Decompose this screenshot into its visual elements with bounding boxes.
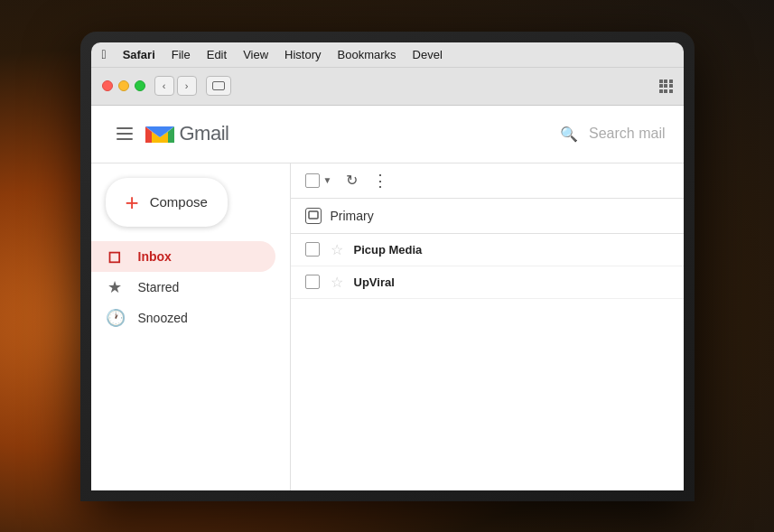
tab-icon-shape — [212, 81, 225, 90]
tabs-grid-icon[interactable] — [659, 79, 673, 93]
menubar-file[interactable]: File — [172, 48, 191, 61]
gmail-sidebar: + Compose ◻ Inbox ★ Starred 🕐 Snoozed — [91, 163, 290, 490]
close-button[interactable] — [102, 80, 113, 91]
star-button[interactable]: ☆ — [331, 274, 343, 291]
grid-dot — [664, 79, 667, 83]
grid-dot — [664, 89, 667, 93]
hamburger-line — [117, 138, 133, 140]
select-chevron-icon[interactable]: ▼ — [323, 175, 332, 185]
menubar-edit[interactable]: Edit — [207, 48, 227, 61]
grid-dot — [669, 89, 673, 93]
primary-tab-label: Primary — [331, 209, 374, 223]
gmail-header: Gmail 🔍 Search mail — [91, 106, 684, 163]
menubar-safari[interactable]: Safari — [123, 48, 155, 61]
sender-name: UpViral — [354, 275, 435, 289]
grid-dot — [669, 79, 673, 83]
primary-tab[interactable]: Primary — [291, 199, 684, 234]
gmail-m-icon — [144, 121, 176, 146]
hamburger-menu[interactable] — [109, 120, 140, 147]
email-list-area: ▼ ↻ ⋮ Primary — [290, 163, 684, 490]
clock-icon: 🕐 — [106, 308, 124, 328]
email-row[interactable]: ☆ Picup Media — [291, 234, 684, 266]
traffic-lights — [102, 80, 145, 91]
compose-label: Compose — [150, 194, 208, 210]
hamburger-line — [117, 133, 133, 135]
apple-menu[interactable]:  — [102, 47, 107, 61]
nav-item-starred[interactable]: ★ Starred — [91, 272, 275, 303]
nav-buttons: ‹ › — [154, 76, 197, 96]
hamburger-line — [117, 127, 133, 129]
svg-rect-1 — [309, 211, 318, 219]
grid-dot — [659, 89, 663, 93]
inbox-icon: ◻ — [106, 247, 124, 266]
tab-overview-button[interactable] — [206, 76, 231, 96]
select-all-area[interactable]: ▼ — [305, 173, 332, 188]
nav-item-inbox[interactable]: ◻ Inbox — [91, 241, 275, 272]
back-button[interactable]: ‹ — [154, 76, 174, 96]
grid-dot — [659, 79, 663, 83]
search-icon: 🔍 — [560, 126, 578, 143]
snoozed-label: Snoozed — [138, 311, 188, 325]
screen-bezel:  Safari File Edit View History Bookmark… — [91, 42, 684, 490]
minimize-button[interactable] — [118, 80, 129, 91]
gmail-logo: Gmail — [144, 121, 229, 146]
email-checkbox[interactable] — [305, 242, 320, 257]
search-placeholder: Search mail — [589, 126, 665, 142]
select-all-checkbox[interactable] — [305, 173, 320, 188]
starred-label: Starred — [138, 280, 180, 294]
star-icon: ★ — [106, 277, 124, 297]
menubar-bookmarks[interactable]: Bookmarks — [338, 48, 396, 61]
email-list-toolbar: ▼ ↻ ⋮ — [291, 163, 684, 199]
grid-dot — [664, 84, 667, 88]
gmail-search-area[interactable]: 🔍 Search mail — [560, 126, 665, 143]
forward-button[interactable]: › — [177, 76, 197, 96]
compose-button[interactable]: + Compose — [106, 178, 228, 227]
browser-content: Gmail 🔍 Search mail + Compose ◻ — [91, 106, 684, 490]
grid-dot — [659, 84, 663, 88]
gmail-wordmark: Gmail — [180, 122, 229, 145]
inbox-tab-icon — [308, 210, 319, 221]
laptop-shell:  Safari File Edit View History Bookmark… — [80, 32, 695, 501]
refresh-icon[interactable]: ↻ — [346, 172, 358, 189]
gmail-main: + Compose ◻ Inbox ★ Starred 🕐 Snoozed — [91, 163, 684, 490]
compose-plus-icon: + — [126, 191, 139, 214]
macos-menubar:  Safari File Edit View History Bookmark… — [91, 42, 684, 68]
email-row[interactable]: ☆ UpViral — [291, 266, 684, 299]
menubar-develop[interactable]: Devel — [413, 48, 443, 61]
nav-item-snoozed[interactable]: 🕐 Snoozed — [91, 303, 275, 333]
more-options-icon[interactable]: ⋮ — [372, 171, 388, 191]
email-checkbox[interactable] — [305, 275, 320, 289]
grid-dot — [669, 84, 673, 88]
menubar-view[interactable]: View — [243, 48, 268, 61]
sender-name: Picup Media — [354, 243, 435, 257]
primary-tab-icon — [305, 208, 322, 224]
fullscreen-button[interactable] — [135, 80, 145, 91]
menubar-history[interactable]: History — [284, 48, 321, 61]
safari-toolbar: ‹ › — [91, 68, 684, 106]
star-button[interactable]: ☆ — [331, 241, 343, 258]
inbox-label: Inbox — [138, 249, 172, 264]
